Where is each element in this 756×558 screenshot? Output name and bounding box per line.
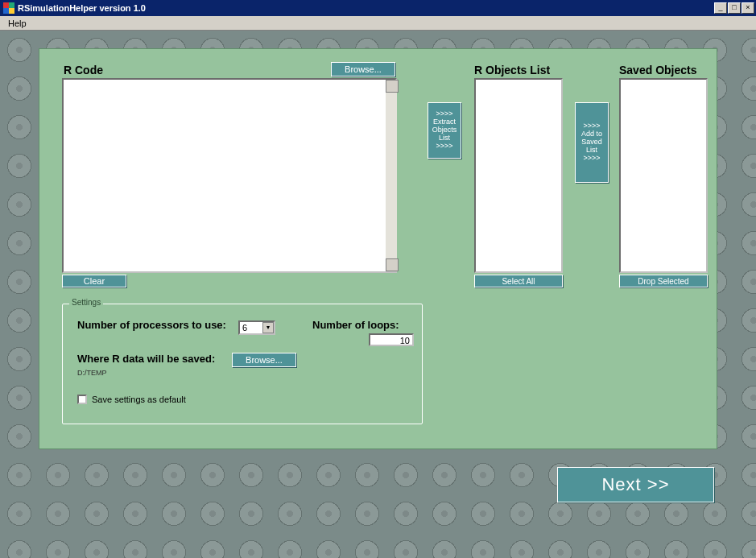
save-path-text: D:/TEMP (77, 369, 107, 377)
client-area: R Code Browse... Clear >>>> Extract Obje… (0, 31, 756, 558)
extract-objects-button[interactable]: >>>> Extract Objects List >>>> (428, 102, 461, 159)
save-default-row[interactable]: Save settings as default (77, 395, 186, 404)
next-button[interactable]: Next >> (557, 467, 714, 502)
label-savepath: Where R data will be saved: (77, 353, 215, 365)
code-scrollbar[interactable] (386, 80, 397, 271)
saved-objects-listbox[interactable] (619, 78, 708, 273)
drop-selected-button[interactable]: Drop Selected (619, 275, 708, 287)
window-title: RSimulationHelper version 1.0 (18, 3, 713, 13)
save-default-label: Save settings as default (92, 395, 186, 404)
label-processors: Number of processors to use: (77, 319, 226, 331)
minimize-button[interactable]: _ (714, 2, 727, 14)
processors-value: 6 (242, 323, 247, 333)
chevron-down-icon: ▾ (262, 322, 274, 333)
processors-combobox[interactable]: 6 ▾ (238, 320, 275, 335)
clear-button[interactable]: Clear (62, 275, 126, 287)
label-loops: Number of loops: (312, 319, 399, 331)
app-icon (3, 2, 14, 14)
browse-code-button[interactable]: Browse... (331, 62, 395, 76)
select-all-button[interactable]: Select All (474, 275, 563, 287)
browse-savepath-button[interactable]: Browse... (232, 353, 296, 367)
window-titlebar: RSimulationHelper version 1.0 _ □ × (0, 0, 756, 16)
close-button[interactable]: × (742, 2, 754, 14)
label-rcode: R Code (64, 64, 103, 76)
settings-groupbox: Number of processors to use: 6 ▾ Number … (62, 304, 423, 424)
add-to-saved-button[interactable]: >>>> Add to Saved List >>>> (575, 102, 609, 183)
maximize-button[interactable]: □ (728, 2, 741, 14)
menu-help[interactable]: Help (3, 18, 31, 29)
label-robjects: R Objects List (474, 64, 550, 76)
loops-input[interactable]: 10 (369, 333, 414, 346)
menu-bar: Help (0, 16, 756, 31)
save-default-checkbox[interactable] (77, 395, 87, 404)
main-panel: R Code Browse... Clear >>>> Extract Obje… (39, 48, 717, 449)
r-objects-listbox[interactable] (474, 78, 563, 273)
label-saved: Saved Objects (619, 64, 697, 76)
r-code-textarea[interactable] (62, 78, 397, 273)
